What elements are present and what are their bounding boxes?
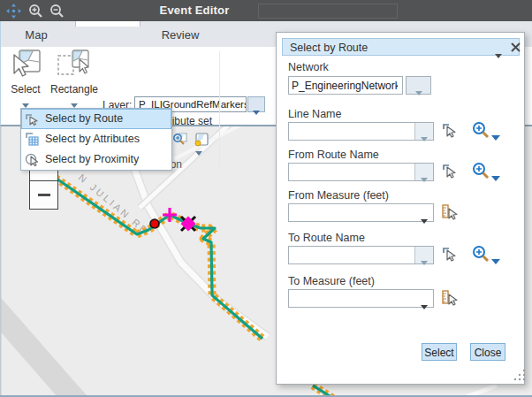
line-name-label: Line Name xyxy=(288,108,341,120)
rectangle-tool-icon xyxy=(57,50,92,79)
from-measure-label: From Measure (feet) xyxy=(288,189,389,202)
pan-to-selection-icon[interactable] xyxy=(172,133,187,148)
menu-item-label: Select by Attributes xyxy=(45,133,140,145)
selection-options-dropdown-icon[interactable] xyxy=(195,151,202,156)
to-route-pick-on-map-icon[interactable] xyxy=(441,246,459,263)
from-route-zoom-icon[interactable] xyxy=(472,162,490,179)
menu-item-select-by-route[interactable]: Select by Route xyxy=(21,109,171,129)
select-tool-label: Select xyxy=(4,83,47,95)
select-by-route-icon xyxy=(25,111,40,126)
zoom-out-icon[interactable] xyxy=(49,4,65,19)
menu-item-label: Select by Proximity xyxy=(45,153,139,165)
line-name-dropdown-button[interactable] xyxy=(414,123,433,140)
menu-item-label: Select by Route xyxy=(45,112,123,125)
pan-icon[interactable] xyxy=(6,4,21,19)
select-button[interactable]: Select xyxy=(422,343,457,361)
network-dropdown-button[interactable] xyxy=(406,76,431,95)
panel-collapse-button[interactable] xyxy=(495,46,502,62)
to-route-zoom-icon[interactable] xyxy=(472,245,490,263)
rectangle-tool-label: Rectangle xyxy=(49,83,100,95)
select-tool-button[interactable]: Select xyxy=(4,50,47,111)
marker-diamond[interactable] xyxy=(181,217,196,232)
to-measure-combobox xyxy=(288,289,434,308)
panel-title: Select by Route xyxy=(290,42,368,54)
line-name-zoom-icon[interactable] xyxy=(472,121,490,139)
from-measure-input[interactable] xyxy=(292,205,411,220)
from-route-input[interactable] xyxy=(292,164,411,179)
to-route-input[interactable] xyxy=(292,248,411,263)
to-measure-dropdown-icon[interactable] xyxy=(421,297,428,313)
line-name-combobox xyxy=(288,122,434,141)
select-tool-icon xyxy=(10,50,42,79)
app-title: Event Editor xyxy=(133,4,256,17)
zoom-in-icon[interactable] xyxy=(28,4,43,19)
menu-item-select-by-attributes[interactable]: Select by Attributes xyxy=(21,129,171,149)
from-measure-combobox xyxy=(288,203,434,222)
line-name-zoom-dropdown-icon[interactable] xyxy=(491,128,500,144)
select-by-route-panel: Select by Route Network Line Name xyxy=(276,32,525,385)
line-name-input[interactable] xyxy=(292,124,411,139)
selection-options-icon[interactable] xyxy=(194,133,209,148)
to-measure-input[interactable] xyxy=(292,291,411,306)
to-route-zoom-dropdown-icon[interactable] xyxy=(491,252,500,268)
from-measure-pick-icon[interactable] xyxy=(441,203,459,221)
from-measure-dropdown-icon[interactable] xyxy=(421,211,428,227)
to-measure-pick-icon[interactable] xyxy=(441,289,459,307)
to-route-label: To Route Name xyxy=(288,232,365,244)
select-by-attributes-icon xyxy=(25,132,40,147)
tab-review[interactable]: Review xyxy=(156,28,205,42)
ribbon-separator xyxy=(219,51,220,167)
select-by-proximity-icon xyxy=(25,152,40,167)
network-input[interactable] xyxy=(292,78,398,93)
panel-header[interactable]: Select by Route xyxy=(282,38,520,56)
from-route-pick-on-map-icon[interactable] xyxy=(441,163,459,180)
line-name-pick-on-map-icon[interactable] xyxy=(441,122,459,140)
map-left-edge xyxy=(0,126,2,397)
from-route-label: From Route Name xyxy=(288,149,379,161)
menu-item-select-by-proximity[interactable]: Select by Proximity xyxy=(21,149,171,170)
map-zoom-out-button[interactable] xyxy=(29,180,58,210)
titlebar-ghost-box xyxy=(258,4,398,19)
to-route-combobox xyxy=(288,246,434,264)
from-route-zoom-dropdown-icon[interactable] xyxy=(491,169,500,185)
from-route-combobox xyxy=(288,163,434,181)
layer-dropdown-button[interactable] xyxy=(247,96,265,112)
event-editor-window: N JULIAN RD xyxy=(0,0,532,397)
titlebar: Event Editor xyxy=(0,0,532,21)
rectangle-tool-button[interactable]: Rectangle xyxy=(49,50,100,111)
to-route-dropdown-button[interactable] xyxy=(414,247,433,263)
select-dropdown-menu: Select by Route Select by Attributes Sel… xyxy=(20,108,172,171)
tab-map[interactable]: Map xyxy=(15,28,57,42)
network-label: Network xyxy=(288,61,329,73)
network-combobox xyxy=(288,76,403,95)
to-measure-label: To Measure (feet) xyxy=(288,275,375,287)
close-button[interactable]: Close xyxy=(470,343,505,361)
from-route-dropdown-button[interactable] xyxy=(414,164,433,180)
resize-grip[interactable] xyxy=(513,369,527,381)
panel-close-icon[interactable] xyxy=(510,42,521,53)
minus-icon xyxy=(38,194,50,196)
marker-red-point[interactable] xyxy=(150,219,159,228)
